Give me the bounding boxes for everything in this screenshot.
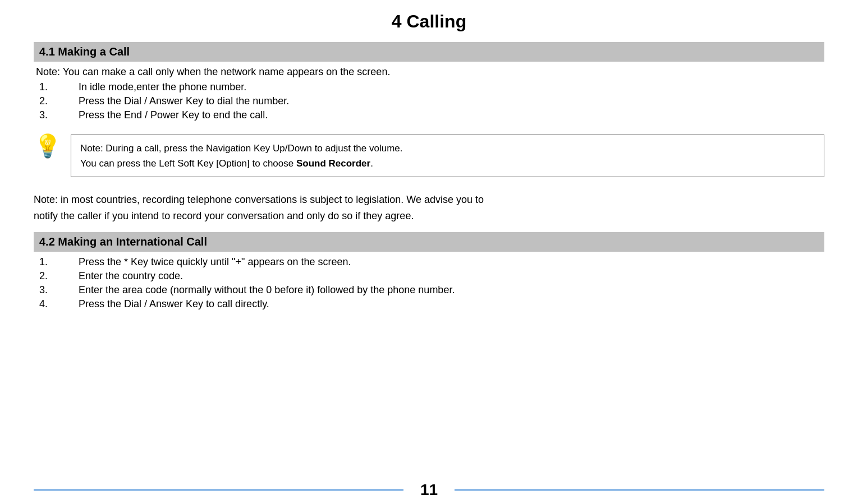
section-42-steps: 1. Press the * Key twice quickly until "… bbox=[34, 256, 824, 312]
step-number: 3. bbox=[34, 284, 79, 296]
page-number: 11 bbox=[403, 481, 455, 499]
footer-line-right bbox=[455, 489, 824, 491]
page-container: 4 Calling 4.1 Making a Call Note: You ca… bbox=[0, 0, 858, 504]
tip-line2-plain: You can press the Left Soft Key [Option]… bbox=[80, 158, 296, 169]
page-footer: 11 bbox=[0, 476, 858, 504]
step-text: Press the Dial / Answer Key to dial the … bbox=[79, 95, 824, 107]
section-41-note: Note: You can make a call only when the … bbox=[34, 66, 824, 78]
step-number: 1. bbox=[34, 256, 79, 268]
tip-content: Note: During a call, press the Navigatio… bbox=[71, 135, 824, 177]
tip-line2-end: . bbox=[370, 158, 373, 169]
step-42-2: 2. Enter the country code. bbox=[34, 270, 824, 282]
tip-bold: Sound Recorder bbox=[296, 158, 370, 169]
section-42-header: 4.2 Making an International Call bbox=[34, 232, 824, 252]
step-42-1: 1. Press the * Key twice quickly until "… bbox=[34, 256, 824, 268]
step-number: 4. bbox=[34, 298, 79, 310]
step-41-3: 3. Press the End / Power Key to end the … bbox=[34, 109, 824, 121]
step-text: Press the End / Power Key to end the cal… bbox=[79, 109, 824, 121]
tip-box: 💡 Note: During a call, press the Navigat… bbox=[34, 135, 824, 177]
tip-icon: 💡 bbox=[34, 135, 62, 157]
section-41-steps: 1. In idle mode,enter the phone number. … bbox=[34, 81, 824, 123]
step-text: Press the * Key twice quickly until "+" … bbox=[79, 256, 824, 268]
step-text: Enter the country code. bbox=[79, 270, 824, 282]
step-number: 2. bbox=[34, 95, 79, 107]
step-41-2: 2. Press the Dial / Answer Key to dial t… bbox=[34, 95, 824, 107]
page-title: 4 Calling bbox=[34, 0, 824, 42]
legislation-text: Note: in most countries, recording telep… bbox=[34, 194, 484, 221]
legislation-note: Note: in most countries, recording telep… bbox=[34, 192, 824, 224]
section-41-header: 4.1 Making a Call bbox=[34, 42, 824, 62]
step-number: 3. bbox=[34, 109, 79, 121]
step-text: Enter the area code (normally without th… bbox=[79, 284, 824, 296]
step-42-3: 3. Enter the area code (normally without… bbox=[34, 284, 824, 296]
step-42-4: 4. Press the Dial / Answer Key to call d… bbox=[34, 298, 824, 310]
step-text: In idle mode,enter the phone number. bbox=[79, 81, 824, 93]
step-number: 1. bbox=[34, 81, 79, 93]
step-41-1: 1. In idle mode,enter the phone number. bbox=[34, 81, 824, 93]
step-text: Press the Dial / Answer Key to call dire… bbox=[79, 298, 824, 310]
step-number: 2. bbox=[34, 270, 79, 282]
footer-line-left bbox=[34, 489, 403, 491]
tip-line1: Note: During a call, press the Navigatio… bbox=[80, 143, 403, 154]
